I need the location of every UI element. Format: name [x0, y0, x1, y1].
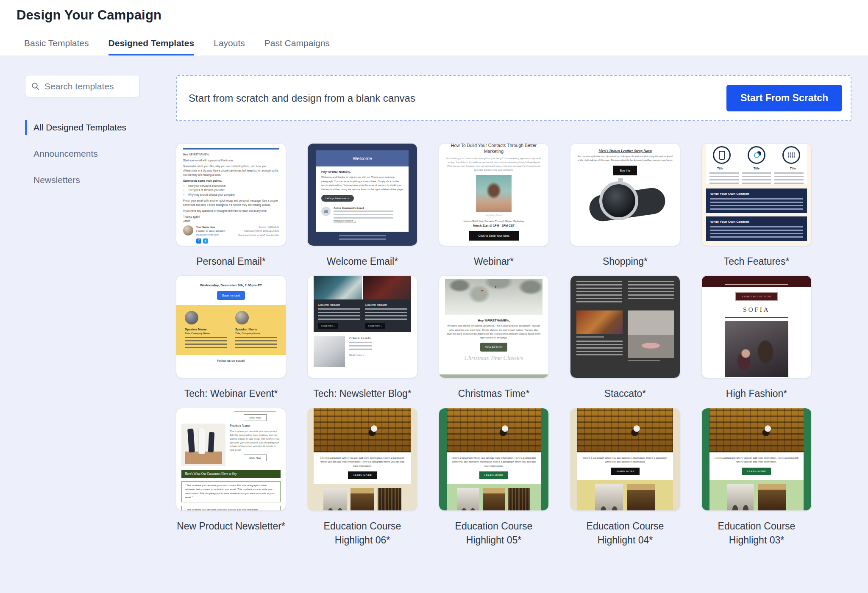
tab-basic-templates[interactable]: Basic Templates — [24, 38, 89, 55]
preview-button: Read more » — [365, 323, 385, 329]
preview-photo-arch — [323, 488, 347, 510]
template-label: Tech: Newsletter Blog* — [307, 387, 417, 401]
preview-text: Finish your email with another quick rec… — [183, 199, 279, 207]
template-cell: Shop Now Product Name This is where you … — [176, 408, 286, 548]
preview-button: View All Items — [480, 343, 507, 352]
preview-footer: Your Name Here Founder of some company y… — [176, 223, 286, 244]
template-label: Shopping* — [570, 255, 680, 269]
template-cell: How To Build Your Contacts Through Bette… — [439, 143, 549, 269]
preview-photo-library — [351, 488, 374, 510]
main-panel: Start from scratch and design from a bla… — [176, 75, 868, 547]
preview-button: LEARN MORE — [348, 471, 377, 479]
preview-text: Introduce yourself → — [334, 219, 393, 222]
preview-photo-auditorium — [709, 408, 804, 452]
search-input[interactable] — [44, 81, 134, 92]
text-placeholder — [710, 198, 803, 210]
text-placeholder — [318, 308, 360, 321]
text-placeholder — [628, 281, 674, 301]
template-card-education-03[interactable]: Here's a paragraph where you can add mor… — [701, 408, 812, 511]
banner-text: Start from scratch and design from a bla… — [189, 92, 726, 104]
preview-photo-models — [725, 321, 788, 377]
template-card-education-05[interactable]: Here's a paragraph where you can add mor… — [439, 408, 549, 511]
template-card-webinar[interactable]: How To Build Your Contacts Through Bette… — [439, 143, 549, 246]
preview-text-block: Here's a paragraph where you can add mor… — [447, 452, 541, 484]
text-placeholder — [334, 211, 393, 219]
preview-text: Your Name Here — [196, 225, 225, 229]
preview-photo-radio — [576, 310, 623, 334]
preview-text: You can also style this area of content … — [577, 155, 673, 163]
preview-text-block: Here's a paragraph where you can add mor… — [577, 452, 673, 480]
preview-text: Column Header — [349, 336, 372, 340]
start-from-scratch-button[interactable]: Start From Scratch — [726, 85, 842, 111]
template-cell: Here's a paragraph where you can add mor… — [307, 408, 417, 548]
preview-band — [577, 480, 673, 511]
preview-text: Start your email with a personal thank y… — [183, 158, 279, 163]
tab-layouts[interactable]: Layouts — [214, 38, 245, 55]
preview-photo-arch — [457, 488, 479, 510]
preview-text: Thanks again! — [183, 215, 279, 219]
template-card-tech-webinar-event[interactable]: Wednesday, December 9th, 2:00pm ET Save … — [176, 275, 286, 378]
text-placeholder — [234, 411, 276, 412]
preview-photo-people — [363, 276, 412, 299]
preview-text: Jason — [183, 219, 279, 223]
template-label: Education Course Highlight 03* — [701, 519, 812, 548]
sidebar-item-all-designed-templates[interactable]: All Designed Templates — [25, 120, 140, 135]
preview-button: LEARN MORE — [742, 468, 771, 475]
template-card-personal-email[interactable]: Hey %FIRSTNAME%, Start your email with a… — [176, 143, 286, 246]
preview-text: Speaker Name — [235, 327, 277, 331]
preview-bullet: The types of services you offer — [188, 188, 279, 192]
template-card-high-fashion[interactable]: SHOP COLLECTION SOFIA — [701, 275, 812, 378]
preview-text: Active Community Board — [334, 207, 393, 209]
preview-title: Men's Brown Leather Strap Nava — [577, 149, 673, 153]
template-card-tech-features[interactable]: Title Title Title Write Your Own Content — [701, 143, 812, 246]
preview-body: Hey %FIRSTNAME%, Start your email with a… — [176, 150, 286, 223]
dot-grid-icon — [782, 146, 800, 164]
template-card-tech-newsletter-blog[interactable]: Column Header Read more » Column Header … — [307, 275, 417, 378]
template-card-staccato[interactable] — [570, 275, 680, 378]
template-card-new-product-newsletter[interactable]: Shop Now Product Name This is where you … — [176, 408, 286, 511]
preview-text: Here's a paragraph where you can add mor… — [715, 456, 798, 464]
preview-bullet: Why they should choose your company — [188, 193, 279, 197]
template-card-shopping[interactable]: Men's Brown Leather Strap Nava You can a… — [570, 143, 680, 246]
sidebar-item-newsletters[interactable]: Newsletters — [25, 173, 140, 187]
tab-designed-templates[interactable]: Designed Templates — [108, 38, 195, 55]
preview-testimonial: " This is where you can write your own c… — [181, 481, 281, 502]
template-card-welcome-email[interactable]: Welcome Hey %FIRSTNAME%, Welcome and tha… — [307, 143, 417, 246]
preview-text: March 21st @ 1PM - 2PM CST — [446, 224, 542, 227]
template-cell: Wednesday, December 9th, 2:00pm ET Save … — [176, 275, 286, 401]
preview-band — [447, 484, 541, 510]
template-cell: SHOP COLLECTION SOFIA High Fashion* — [701, 275, 812, 401]
preview-text: Column Header — [318, 303, 360, 307]
avatar — [321, 207, 331, 216]
preview-button: Let's go there now → — [321, 195, 354, 202]
watch-icon — [713, 146, 731, 164]
search-box[interactable] — [25, 75, 140, 97]
text-placeholder — [774, 172, 804, 184]
preview-photo-watch — [577, 179, 673, 230]
content-area: All Designed Templates Announcements New… — [0, 55, 868, 547]
preview-title: How To Build Your Contacts Through Bette… — [446, 143, 542, 154]
template-card-christmas-time[interactable]: Hey %FIRSTNAME%, Welcome and thanks for … — [439, 275, 549, 378]
template-label: Tech Features* — [701, 255, 812, 269]
text-placeholder — [709, 172, 739, 184]
preview-text: Summarize some main points: — [183, 179, 279, 183]
template-card-education-04[interactable]: Here's a paragraph where you can add mor… — [570, 408, 680, 511]
tab-past-campaigns[interactable]: Past Campaigns — [264, 38, 330, 55]
facebook-icon: f — [196, 238, 201, 244]
template-card-education-06[interactable]: Here's a paragraph where you can add mor… — [307, 408, 417, 511]
preview-photo-bookshelf — [508, 488, 530, 510]
preview-button: SHOP COLLECTION — [735, 292, 777, 301]
template-cell: Hey %FIRSTNAME%, Welcome and thanks for … — [439, 275, 549, 401]
preview-text: %SENDER-INFO-SINGLELINE% — [238, 229, 279, 233]
preview-text: you@youremail.com — [196, 233, 225, 237]
preview-text: Sent to: %EMAIL% — [238, 225, 279, 230]
preview-text: Welcome and thanks for signing up with u… — [439, 324, 548, 340]
text-placeholder — [365, 308, 407, 321]
preview-text: Hey %FIRSTNAME%, — [183, 152, 279, 157]
template-cell: Here's a paragraph where you can add mor… — [439, 408, 549, 548]
preview-text: How to Build Your Contacts Through Bette… — [446, 220, 542, 222]
preview-text: Not building your contacts fast enough f… — [446, 157, 542, 172]
preview-text: Wednesday, December 9th, 2:00pm ET — [176, 283, 286, 287]
preview-text: Hey %FIRSTNAME%, — [321, 170, 403, 173]
sidebar-item-announcements[interactable]: Announcements — [25, 147, 140, 161]
